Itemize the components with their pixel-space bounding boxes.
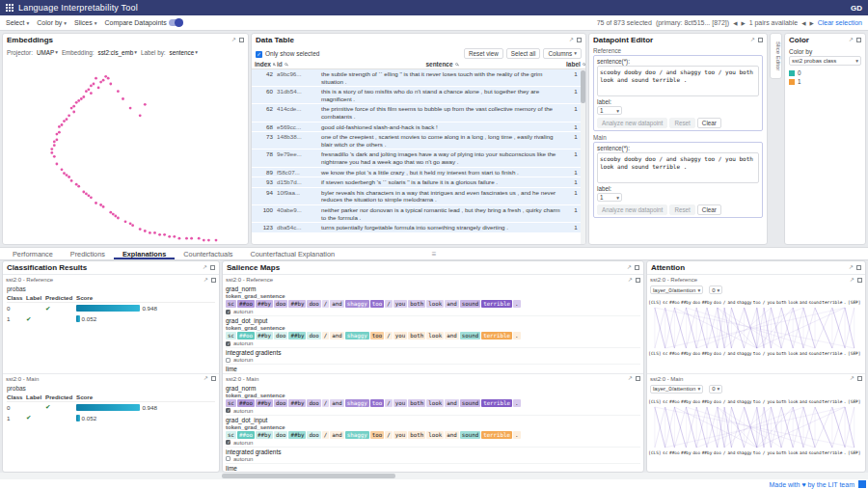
analyze-datapoint-button[interactable]: Analyze new datapoint	[597, 204, 667, 215]
autorun-checkbox[interactable]: autorun	[226, 408, 640, 414]
popout-icon[interactable]: ↗	[849, 265, 854, 270]
vertical-scrollbar[interactable]	[581, 69, 585, 244]
scatter-point[interactable]	[99, 81, 102, 84]
maximize-icon[interactable]	[857, 376, 862, 381]
prev-datapoint-button[interactable]: ◀	[733, 20, 737, 26]
scatter-point[interactable]	[63, 120, 66, 122]
analyze-datapoint-button[interactable]: Analyze new datapoint	[597, 118, 667, 128]
autorun-checkbox[interactable]: autorun	[226, 456, 640, 462]
popout-icon[interactable]: ↗	[203, 278, 208, 283]
scatter-point[interactable]	[117, 90, 120, 93]
compare-datapoints-toggle[interactable]	[169, 19, 183, 26]
scatter-point[interactable]	[68, 114, 70, 117]
scatter-point[interactable]	[50, 151, 53, 154]
search-icon[interactable]	[273, 63, 275, 66]
maximize-icon[interactable]	[211, 278, 216, 283]
scatter-point[interactable]	[77, 185, 80, 188]
head-select[interactable]: 0▾	[709, 385, 722, 394]
scatter-point[interactable]	[203, 239, 205, 242]
popout-icon[interactable]: ↗	[203, 265, 207, 270]
maximize-icon[interactable]	[636, 278, 640, 283]
scatter-point[interactable]	[72, 111, 75, 114]
popout-icon[interactable]: ↗	[750, 38, 755, 42]
scatter-point[interactable]	[129, 222, 132, 225]
popout-icon[interactable]: ↗	[569, 38, 574, 42]
scatter-point[interactable]	[207, 239, 210, 242]
popout-icon[interactable]: ↗	[628, 376, 633, 381]
scatter-point[interactable]	[122, 97, 124, 100]
scatter-point[interactable]	[158, 233, 161, 236]
scatter-point[interactable]	[144, 230, 147, 232]
scatter-point[interactable]	[102, 205, 105, 208]
scatter-point[interactable]	[80, 97, 83, 100]
scatter-point[interactable]	[58, 125, 61, 128]
checkbox-icon[interactable]	[256, 51, 262, 58]
user-avatar[interactable]: GD	[851, 4, 862, 13]
resize-handle-icon[interactable]: ≡	[432, 250, 437, 258]
reset-button[interactable]: Reset	[669, 204, 694, 215]
clear-selection-button[interactable]: Clear selection	[818, 19, 862, 26]
popout-icon[interactable]: ↗	[849, 38, 854, 42]
scatter-point[interactable]	[215, 239, 218, 242]
sentence-textarea[interactable]: scooby dooby doo / and shaggy too / you …	[597, 152, 759, 183]
scatter-point[interactable]	[56, 133, 59, 136]
embeddings-plot[interactable]	[3, 58, 248, 244]
scatter-point[interactable]	[66, 174, 68, 177]
popout-icon[interactable]: ↗	[628, 278, 633, 283]
data-table-button-columns[interactable]: Columns▾	[543, 48, 582, 59]
layer-select[interactable]: layer_0/attention▾	[650, 385, 703, 394]
maximize-icon[interactable]	[635, 265, 639, 270]
scatter-point[interactable]	[68, 176, 70, 178]
embedding-select[interactable]: sst2:cls_emb▾	[98, 49, 138, 56]
scatter-point[interactable]	[72, 105, 75, 108]
tab-explanations[interactable]: Explanations	[114, 248, 175, 259]
scatter-point[interactable]	[117, 217, 120, 220]
maximize-icon[interactable]	[856, 265, 861, 270]
scatter-point[interactable]	[129, 107, 132, 110]
label-select[interactable]: 1▾	[597, 193, 622, 202]
popout-icon[interactable]: ↗	[231, 38, 236, 42]
scatter-point[interactable]	[95, 77, 97, 80]
scatter-point[interactable]	[139, 228, 142, 231]
scatter-point[interactable]	[93, 83, 95, 86]
slices-menu-button[interactable]: Slices▾	[74, 19, 96, 26]
color-by-menu-button[interactable]: Color by▾	[37, 19, 67, 26]
autorun-checkbox[interactable]: autorun	[226, 309, 640, 314]
table-row[interactable]: 6031db54...this is a story of two misfit…	[252, 87, 585, 104]
table-row[interactable]: 93d15b7d...if steven soderbergh 's `` so…	[252, 177, 585, 188]
scatter-point[interactable]	[90, 196, 93, 199]
scatter-point[interactable]	[97, 87, 100, 90]
select-menu-button[interactable]: Select▾	[6, 19, 29, 26]
prev-pair-button[interactable]: ◀	[801, 20, 805, 26]
scatter-point[interactable]	[109, 83, 112, 86]
reset-button[interactable]: Reset	[669, 118, 694, 128]
scatter-point[interactable]	[58, 131, 61, 134]
scatter-point[interactable]	[85, 193, 88, 196]
maximize-icon[interactable]	[211, 376, 216, 381]
scatter-point[interactable]	[124, 220, 127, 223]
horizontal-scrollbar[interactable]	[0, 473, 868, 479]
color-by-select[interactable]: sst2 probas class▾	[789, 56, 861, 66]
scatter-point[interactable]	[99, 204, 102, 206]
scrollbar-thumb[interactable]	[222, 474, 395, 478]
scatter-point[interactable]	[82, 191, 85, 194]
scatter-point[interactable]	[77, 99, 80, 102]
slice-editor-minimized-tab[interactable]: Slice Editor	[770, 33, 782, 79]
maximize-icon[interactable]	[636, 376, 640, 381]
scatter-point[interactable]	[50, 148, 53, 150]
scatter-point[interactable]	[153, 231, 156, 234]
layer-select[interactable]: layer_0/attention▾	[650, 285, 703, 294]
sentence-textarea[interactable]: scooby dooby doo / and shaggy too / you …	[597, 66, 759, 96]
projector-select[interactable]: UMAP▾	[37, 49, 58, 56]
scatter-point[interactable]	[53, 155, 56, 158]
table-row[interactable]: 9410f9aa...byler reveals his characters …	[252, 188, 585, 205]
data-table-button-select-all[interactable]: Select all	[506, 48, 541, 59]
tab-performance[interactable]: Performance	[4, 248, 62, 259]
table-row[interactable]: 10040abe9...neither parker nor donovan i…	[252, 205, 585, 223]
scatter-point[interactable]	[56, 163, 59, 166]
scatter-point[interactable]	[95, 202, 97, 204]
maximize-icon[interactable]	[577, 38, 582, 42]
clear-button[interactable]: Clear	[697, 118, 721, 128]
popout-icon[interactable]: ↗	[850, 376, 854, 381]
scatter-point[interactable]	[85, 90, 88, 93]
